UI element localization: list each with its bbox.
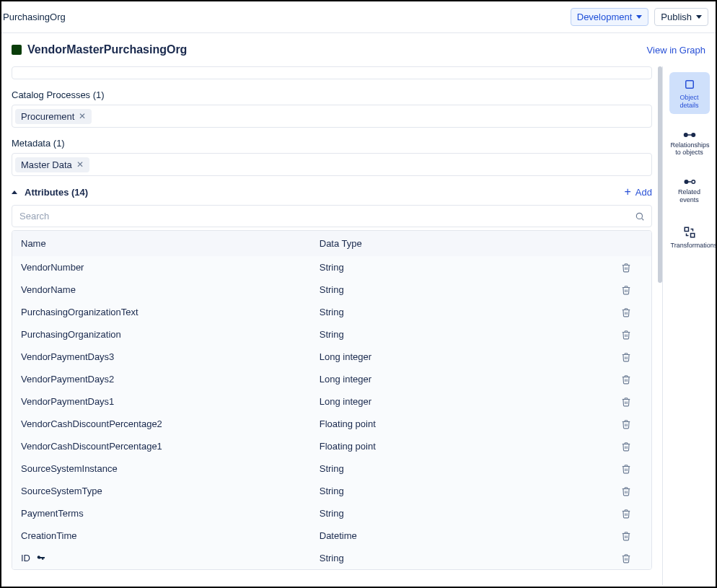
attr-type: Long integer (320, 351, 621, 362)
close-icon[interactable]: ✕ (76, 160, 84, 169)
main-content: Catalog Processes (1) Procurement ✕ Meta… (1, 66, 662, 585)
attr-name: PurchasingOrganizationText (21, 307, 138, 317)
scrollbar-thumb[interactable] (658, 66, 662, 283)
col-header-actions (621, 238, 643, 249)
trash-icon[interactable] (621, 330, 643, 340)
trash-icon[interactable] (621, 352, 643, 362)
trash-icon[interactable] (621, 486, 643, 496)
table-row[interactable]: CreationTimeDatetime (12, 525, 651, 547)
attr-name: VendorName (21, 284, 76, 295)
table-row[interactable]: VendorPaymentDays2Long integer (12, 368, 651, 390)
attr-type: Long integer (320, 374, 621, 385)
attr-name: SourceSystemType (21, 486, 102, 496)
attributes-title: Attributes (14) (25, 187, 88, 198)
tab-label: Object details (671, 94, 708, 110)
trash-icon[interactable] (621, 464, 643, 474)
right-tab-bar: Object details Relationships to objects … (662, 66, 716, 585)
relationship-icon (683, 131, 696, 139)
trash-icon[interactable] (621, 374, 643, 385)
table-row[interactable]: SourceSystemInstanceString (12, 457, 651, 480)
trash-icon[interactable] (621, 263, 643, 273)
table-header: Name Data Type (12, 231, 651, 256)
table-row[interactable]: VendorCashDiscountPercentage2Floating po… (12, 413, 651, 435)
metadata-field[interactable]: Master Data ✕ (12, 153, 652, 176)
trash-icon[interactable] (621, 285, 643, 295)
attr-type: String (320, 553, 621, 563)
attr-type: Floating point (320, 441, 621, 452)
svg-point-0 (636, 213, 642, 219)
attr-type: Long integer (320, 396, 621, 407)
chip-master-data[interactable]: Master Data ✕ (15, 157, 89, 172)
metadata-label: Metadata (1) (12, 138, 652, 149)
attr-type: String (320, 307, 621, 317)
top-bar: PurchasingOrg Development Publish (1, 1, 716, 33)
col-header-type: Data Type (320, 238, 621, 249)
tab-object-details[interactable]: Object details (669, 72, 710, 114)
attr-type: String (320, 262, 621, 273)
attributes-table: Name Data Type VendorNumberStringVendorN… (12, 230, 652, 570)
table-row[interactable]: VendorNumberString (12, 256, 651, 278)
key-icon (36, 553, 45, 563)
add-label: Add (635, 187, 652, 198)
attr-name: VendorCashDiscountPercentage2 (21, 418, 162, 429)
table-row[interactable]: IDString (12, 547, 651, 569)
svg-line-1 (642, 218, 644, 220)
table-row[interactable]: PaymentTermsString (12, 502, 651, 525)
title-bar: VendorMasterPurchasingOrg View in Graph (1, 33, 716, 66)
svg-rect-2 (685, 81, 693, 89)
chip-label: Procurement (21, 111, 74, 122)
svg-rect-10 (690, 233, 694, 237)
tab-relationships[interactable]: Relationships to objects (669, 126, 710, 162)
publish-dropdown[interactable]: Publish (654, 8, 708, 26)
attr-name: VendorPaymentDays2 (21, 374, 114, 385)
empty-input-box[interactable] (12, 66, 652, 79)
plus-icon: + (625, 186, 631, 198)
attr-name: VendorPaymentDays3 (21, 351, 114, 362)
trash-icon[interactable] (621, 553, 643, 563)
table-row[interactable]: VendorCashDiscountPercentage1Floating po… (12, 435, 651, 457)
attr-name: SourceSystemInstance (21, 463, 118, 474)
catalog-processes-field[interactable]: Procurement ✕ (12, 105, 652, 128)
table-row[interactable]: VendorNameString (12, 278, 651, 301)
col-header-name: Name (21, 238, 320, 249)
breadcrumb[interactable]: PurchasingOrg (3, 12, 66, 22)
attr-type: String (320, 508, 621, 519)
attribute-search-input[interactable] (12, 205, 652, 227)
table-row[interactable]: PurchasingOrganizationTextString (12, 301, 651, 323)
svg-rect-9 (685, 227, 688, 231)
trash-icon[interactable] (621, 307, 643, 317)
trash-icon[interactable] (621, 531, 643, 541)
events-icon (683, 178, 696, 185)
add-attribute-link[interactable]: + Add (625, 186, 652, 198)
trash-icon[interactable] (621, 442, 643, 452)
chip-label: Master Data (21, 159, 72, 170)
main-scrollbar[interactable] (658, 66, 662, 585)
cube-outline-icon (683, 78, 696, 91)
attr-name: VendorCashDiscountPercentage1 (21, 441, 162, 452)
transform-icon (683, 226, 696, 239)
chevron-down-icon (636, 15, 642, 19)
trash-icon[interactable] (621, 509, 643, 519)
attr-type: Datetime (320, 530, 621, 541)
table-row[interactable]: PurchasingOrganizationString (12, 323, 651, 346)
table-row[interactable]: SourceSystemTypeString (12, 480, 651, 502)
attr-name: PaymentTerms (21, 508, 84, 519)
tab-label: Transformations (671, 242, 708, 250)
attr-name: VendorNumber (21, 262, 84, 273)
close-icon[interactable]: ✕ (79, 112, 86, 120)
table-row[interactable]: VendorPaymentDays3Long integer (12, 346, 651, 368)
table-body: VendorNumberStringVendorNameStringPurcha… (12, 256, 651, 569)
environment-dropdown[interactable]: Development (571, 8, 649, 26)
search-icon (635, 211, 645, 221)
publish-label: Publish (661, 12, 692, 22)
view-in-graph-link[interactable]: View in Graph (647, 45, 705, 56)
tab-transformations[interactable]: Transformations (669, 220, 710, 254)
chip-procurement[interactable]: Procurement ✕ (15, 109, 92, 124)
tab-related-events[interactable]: Related events (669, 172, 710, 209)
table-row[interactable]: VendorPaymentDays1Long integer (12, 390, 651, 413)
trash-icon[interactable] (621, 419, 643, 429)
title-left: VendorMasterPurchasingOrg (12, 43, 187, 56)
attributes-header: Attributes (14) + Add (12, 186, 652, 198)
collapse-caret-icon[interactable] (12, 190, 17, 194)
trash-icon[interactable] (621, 397, 643, 407)
